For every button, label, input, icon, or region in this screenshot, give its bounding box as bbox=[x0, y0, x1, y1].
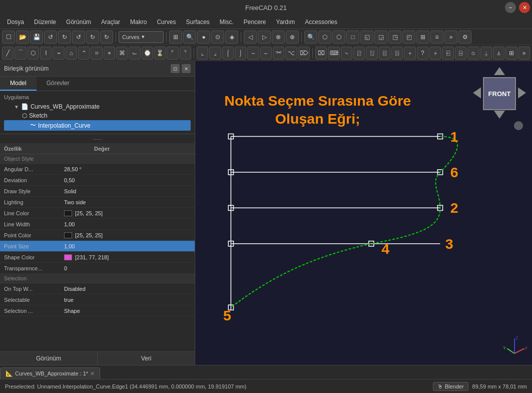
tb2-btn-k[interactable]: ⌙ bbox=[129, 47, 140, 60]
menu-yardim[interactable]: Yardım bbox=[272, 17, 299, 27]
props-row-ontopw[interactable]: On Top W... Disabled bbox=[0, 283, 195, 294]
menu-accessories[interactable]: Accessories bbox=[301, 17, 341, 27]
tb-undo2[interactable]: ↺ bbox=[72, 31, 85, 44]
tb2-btn-ae[interactable]: ⍄ bbox=[391, 47, 403, 60]
tb-redo3[interactable]: ↻ bbox=[100, 31, 113, 44]
tb-btn-a[interactable]: ⊞ bbox=[169, 31, 182, 44]
tb2-btn-ak[interactable]: ⍉ bbox=[467, 47, 479, 60]
tb2-btn-r[interactable]: ⌠ bbox=[222, 47, 234, 60]
props-row-transparency[interactable]: Transparence... 0 bbox=[0, 263, 195, 274]
tb2-btn-aa[interactable]: ⍀ bbox=[341, 47, 352, 60]
tb-3d-view[interactable]: ⬡ bbox=[318, 31, 331, 44]
props-row-pointcolor[interactable]: Point Color [25, 25, 25] bbox=[0, 230, 195, 241]
close-button[interactable]: ✕ bbox=[519, 2, 530, 13]
tb2-btn-x[interactable]: ⌦ bbox=[298, 47, 310, 60]
tb2-btn-ag[interactable]: ? bbox=[417, 47, 428, 60]
props-row-shapecolor[interactable]: Shape Color [231, 77, 218] bbox=[0, 252, 195, 263]
tb2-more[interactable]: » bbox=[518, 47, 530, 60]
bottom-tab-curves-wb[interactable]: 📐 Curves_WB_Approximate : 1* ✕ bbox=[0, 367, 100, 379]
menu-makro[interactable]: Makro bbox=[126, 17, 151, 27]
tb2-btn-y[interactable]: ⌧ bbox=[315, 47, 327, 60]
panel-gorunum-btn[interactable]: Görünüm bbox=[0, 352, 98, 365]
tb2-btn-l[interactable]: ⌚ bbox=[142, 47, 153, 60]
canvas-area[interactable]: Nokta Seçme Sırasına Göre Oluşan Eğri; bbox=[195, 61, 532, 365]
menu-duzenle[interactable]: Düzenle bbox=[30, 17, 60, 27]
tb-btn-j[interactable]: 🔍 bbox=[304, 31, 317, 44]
tb2-btn-ac[interactable]: ⍂ bbox=[366, 47, 377, 60]
tb2-btn-c[interactable]: ⬡ bbox=[28, 47, 39, 60]
tb-save[interactable]: 💾 bbox=[30, 31, 43, 44]
tb-btn-l[interactable]: □ bbox=[346, 31, 359, 44]
tb2-btn-ah[interactable]: ⍆ bbox=[429, 47, 441, 60]
tb2-btn-v[interactable]: ⌤ bbox=[273, 47, 284, 60]
tb2-btn-ab[interactable]: ⍁ bbox=[353, 47, 365, 60]
tb-more[interactable]: » bbox=[444, 31, 457, 44]
blender-button[interactable]: 🖱 Blender bbox=[433, 382, 468, 391]
menu-curves[interactable]: Curves bbox=[153, 17, 180, 27]
tb2-btn-an[interactable]: ⊞ bbox=[505, 47, 517, 60]
tb2-btn-d[interactable]: ⌇ bbox=[40, 47, 52, 60]
tb2-btn-g[interactable]: ⌃ bbox=[78, 47, 90, 60]
menu-pencere[interactable]: Pencere bbox=[240, 17, 270, 27]
menu-dosya[interactable]: Dosya bbox=[3, 17, 28, 27]
props-row-linecolor[interactable]: Line Color [25, 25, 25] bbox=[0, 208, 195, 219]
tb2-btn-w[interactable]: ⌥ bbox=[285, 47, 297, 60]
tab-gorevler[interactable]: Görevler bbox=[37, 77, 80, 91]
tb-new[interactable]: ☐ bbox=[2, 31, 15, 44]
tb2-btn-e[interactable]: ⌁ bbox=[53, 47, 64, 60]
props-row-drawstyle[interactable]: Draw Style Solid bbox=[0, 186, 195, 197]
tb-undo1[interactable]: ↺ bbox=[44, 31, 57, 44]
tb-btn-q[interactable]: ⊞ bbox=[416, 31, 429, 44]
tb-btn-n[interactable]: ◲ bbox=[374, 31, 387, 44]
tb-btn-k[interactable]: ⬡ bbox=[332, 31, 345, 44]
tb2-btn-aj[interactable]: ⍈ bbox=[455, 47, 466, 60]
tb2-btn-b[interactable]: ⌒ bbox=[15, 47, 26, 60]
tb2-btn-am[interactable]: ⍋ bbox=[493, 47, 504, 60]
props-row-pointsize[interactable]: Point Size 1,00 bbox=[0, 241, 195, 252]
tb-btn-p[interactable]: ◰ bbox=[402, 31, 415, 44]
tb2-btn-i[interactable]: ⌖ bbox=[104, 47, 115, 60]
tb-redo2[interactable]: ↻ bbox=[86, 31, 99, 44]
tb-btn-f[interactable]: ◁ bbox=[244, 31, 257, 44]
props-row-selectable[interactable]: Selectable true bbox=[0, 294, 195, 305]
tree-item-curves-wb[interactable]: ▼ 📄 Curves_WB_Approximate bbox=[4, 102, 191, 111]
pointcolor-swatch[interactable] bbox=[64, 232, 72, 238]
tb-btn-e[interactable]: ◈ bbox=[225, 31, 238, 44]
tb2-btn-q[interactable]: ⌟ bbox=[209, 47, 221, 60]
tb2-btn-t[interactable]: ⌢ bbox=[247, 47, 259, 60]
tb2-btn-h[interactable]: ⌗ bbox=[91, 47, 102, 60]
props-row-lighting[interactable]: Lighting Two side bbox=[0, 197, 195, 208]
tb-redo1[interactable]: ↻ bbox=[58, 31, 71, 44]
props-row-deviation[interactable]: Deviation 0,50 bbox=[0, 175, 195, 186]
tab-model[interactable]: Model bbox=[0, 77, 37, 91]
tb-btn-o[interactable]: ◳ bbox=[388, 31, 401, 44]
tb2-btn-z[interactable]: ⌨ bbox=[328, 47, 339, 60]
tb2-btn-n[interactable]: ⌜ bbox=[167, 47, 178, 60]
tb-btn-r[interactable]: ≡ bbox=[430, 31, 443, 44]
tb-open[interactable]: 📂 bbox=[16, 31, 29, 44]
tb-btn-h[interactable]: ⊗ bbox=[272, 31, 285, 44]
tb2-btn-s[interactable]: ⌡ bbox=[235, 47, 246, 60]
tb-btn-b[interactable]: 🔍 bbox=[183, 31, 196, 44]
menu-gorunum[interactable]: Görünüm bbox=[62, 17, 95, 27]
menu-surfaces[interactable]: Surfaces bbox=[182, 17, 213, 27]
tb-btn-d[interactable]: ⊙ bbox=[211, 31, 224, 44]
tree-item-sketch[interactable]: ⬡ Sketch bbox=[4, 111, 191, 120]
tree-item-interpolation[interactable]: 〜 Interpolation_Curve bbox=[4, 120, 191, 131]
tb-btn-s[interactable]: ⚙ bbox=[458, 31, 471, 44]
bottom-tab-close[interactable]: ✕ bbox=[90, 370, 95, 377]
menu-misc[interactable]: Misc. bbox=[216, 17, 238, 27]
minimize-button[interactable]: − bbox=[505, 2, 516, 13]
tb2-btn-ad[interactable]: ⍃ bbox=[379, 47, 390, 60]
props-row-selectionmode[interactable]: Selection ... Shape bbox=[0, 305, 195, 316]
tb2-btn-p[interactable]: ⌞ bbox=[197, 47, 208, 60]
tb2-btn-j[interactable]: ⌘ bbox=[116, 47, 128, 60]
linecolor-swatch[interactable] bbox=[64, 210, 72, 216]
panel-close-btn[interactable]: ✕ bbox=[182, 64, 191, 73]
workbench-dropdown[interactable]: Curves ▾ bbox=[119, 31, 164, 43]
props-row-angular[interactable]: Angular D... 28,50 ° bbox=[0, 164, 195, 175]
tb2-btn-u[interactable]: ⌣ bbox=[260, 47, 272, 60]
tb2-btn-a[interactable]: ╱ bbox=[2, 47, 14, 60]
tb-btn-c[interactable]: ● bbox=[197, 31, 210, 44]
props-row-linewidth[interactable]: Line Width 1,00 bbox=[0, 219, 195, 230]
